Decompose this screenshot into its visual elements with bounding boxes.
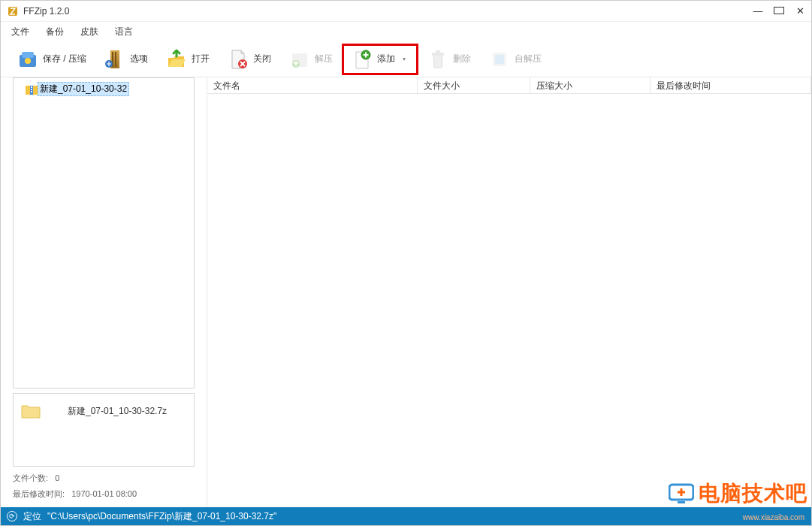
options-button[interactable]: 选项 [95,44,157,75]
statusbar: ⟳ 定位 "C:\Users\pc\Documents\FFZip\新建_07-… [1,507,811,525]
svg-rect-20 [31,91,32,92]
file-count-label: 文件个数: [13,473,48,482]
svg-rect-18 [31,86,32,88]
mtime-value: 1970-01-01 08:00 [71,489,137,498]
svg-rect-15 [495,55,504,64]
column-headers: 文件名 文件大小 压缩大小 最后修改时间 [207,77,811,94]
archive-tree-icon [26,84,38,95]
svg-rect-2 [22,52,34,58]
add-file-icon [352,49,373,70]
tree-item[interactable]: 新建_07-01_10-30-32 [23,81,194,97]
file-count-line: 文件个数: 0 [13,473,195,484]
col-size[interactable]: 文件大小 [418,77,530,93]
svg-rect-6 [115,52,116,67]
sidebar: 新建_07-01_10-30-32 新建_07-01_10-30-32.7z 文… [1,77,207,507]
menu-backup[interactable]: 备份 [46,26,64,38]
add-button[interactable]: 添加 ▾ [342,44,418,75]
selfextract-icon [489,49,510,70]
add-label: 添加 [377,53,395,65]
save-compress-button[interactable]: 保存 / 压缩 [8,44,95,75]
menu-language[interactable]: 语言 [115,26,133,38]
info-filename: 新建_07-01_10-30-32.7z [68,405,167,418]
save-compress-label: 保存 / 压缩 [43,53,86,65]
file-list-area: 文件名 文件大小 压缩大小 最后修改时间 [207,77,811,507]
svg-rect-19 [31,89,32,90]
close-button[interactable]: 关闭 [219,44,280,75]
window-title: FFZip 1.2.0 [23,6,753,17]
close-file-icon [228,49,249,70]
col-name[interactable]: 文件名 [207,77,418,93]
archive-tree[interactable]: 新建_07-01_10-30-32 [13,77,195,388]
toolbar: 保存 / 压缩 选项 [1,41,811,77]
delete-icon [427,49,448,70]
close-window-button[interactable]: ✕ [795,6,805,16]
open-button[interactable]: 打开 [157,44,219,75]
svg-rect-13 [436,50,440,53]
svg-point-3 [25,58,31,64]
selfextract-button[interactable]: 自解压 [480,44,551,75]
folder-icon [21,403,41,419]
mtime-line: 最后修改时间: 1970-01-01 08:00 [13,488,195,500]
menu-file[interactable]: 文件 [11,26,29,38]
open-label: 打开 [192,53,210,65]
delete-button[interactable]: 删除 [418,44,480,75]
close-label: 关闭 [253,53,271,65]
add-dropdown-icon[interactable]: ▾ [403,56,406,62]
app-icon [7,5,19,17]
tree-item-label: 新建_07-01_10-30-32 [38,82,129,96]
file-list[interactable] [207,94,811,507]
col-compressed-size[interactable]: 压缩大小 [530,77,651,93]
col-mtime[interactable]: 最后修改时间 [651,77,811,93]
file-count-value: 0 [55,473,59,482]
mtime-label: 最后修改时间: [13,489,65,498]
maximize-button[interactable] [774,6,784,16]
save-icon [17,49,38,70]
menu-skin[interactable]: 皮肤 [80,26,98,38]
minimize-button[interactable]: — [753,6,763,16]
extract-label: 解压 [315,53,333,65]
info-panel: 新建_07-01_10-30-32.7z [13,393,195,467]
selfextract-label: 自解压 [515,53,542,65]
open-icon [166,49,187,70]
delete-label: 删除 [453,53,471,65]
options-icon [104,49,125,70]
options-label: 选项 [130,53,148,65]
extract-icon [289,49,310,70]
titlebar: FFZip 1.2.0 — ✕ [1,1,811,22]
extract-button[interactable]: 解压 [280,44,342,75]
locate-icon: ⟳ [7,511,17,521]
status-label: 定位 [23,510,41,523]
menubar: 文件 备份 皮肤 语言 [1,22,811,41]
status-path: "C:\Users\pc\Documents\FFZip\新建_07-01_10… [47,510,276,523]
